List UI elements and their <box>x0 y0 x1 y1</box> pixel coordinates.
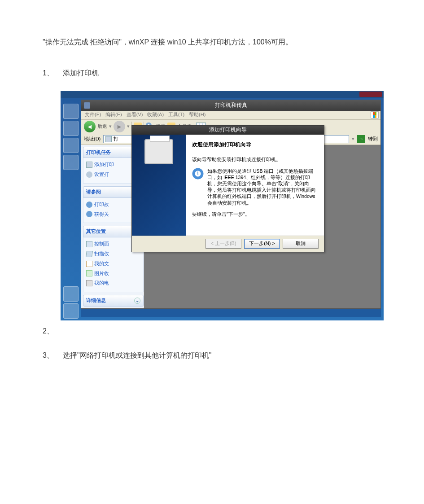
wizard-heading: 欢迎使用添加打印机向导 <box>192 140 318 150</box>
link-my-pictures[interactable]: 图片收 <box>86 269 140 279</box>
address-label: 地址(D) <box>84 135 101 144</box>
screenshot: 打印机和传真 文件(F) 编辑(E) 查看(V) 收藏(A) 工具(T) 帮助(… <box>61 91 384 320</box>
back-step-button: < 上一步(B) <box>205 239 241 249</box>
link-my-computer[interactable]: 我的电 <box>86 278 140 288</box>
wizard-line-2: 要继续，请单击"下一步"。 <box>192 210 318 218</box>
wizard-banner <box>132 135 186 236</box>
step-1-number: 1、 <box>43 67 63 80</box>
windows-flag-icon <box>371 111 379 118</box>
step-1-text: 添加打印机 <box>63 67 381 80</box>
add-printer-wizard: 添加打印机向导 欢迎使用添加打印机向导 该向导帮助您安装打印机或连接打印机。 <box>131 125 324 252</box>
cancel-button[interactable]: 取消 <box>283 239 319 249</box>
desktop-icon[interactable] <box>63 155 79 170</box>
next-step-button[interactable]: 下一步(N) > <box>244 239 280 249</box>
menu-tools[interactable]: 工具(T) <box>166 110 186 119</box>
desktop-icon[interactable] <box>63 121 79 136</box>
menu-help[interactable]: 帮助(H) <box>187 110 207 119</box>
window-title: 打印机和传真 <box>215 101 247 110</box>
desktop-top-strip <box>61 91 384 98</box>
printer-icon <box>86 162 92 168</box>
scanner-icon <box>86 251 93 257</box>
info-icon <box>192 168 204 180</box>
desktop-icon[interactable] <box>63 286 79 302</box>
explorer-content: 添加打印机向导 欢迎使用添加打印机向导 该向导帮助您安装打印机或连接打印机。 <box>144 145 380 308</box>
menubar: 文件(F) 编辑(E) 查看(V) 收藏(A) 工具(T) 帮助(H) <box>81 111 380 120</box>
link-my-documents[interactable]: 我的文 <box>86 259 140 269</box>
intro-paragraph: "操作无法完成 拒绝访问"，winXP 连接 win10 上共享打印机方法，10… <box>43 36 381 49</box>
explorer-titlebar: 打印机和传真 <box>81 100 380 111</box>
desktop-icons-column <box>62 104 79 319</box>
chevron-down-icon: ⌄ <box>134 298 140 304</box>
wizard-line-1: 该向导帮助您安装打印机或连接打印机。 <box>192 156 318 163</box>
menu-file[interactable]: 文件(F) <box>83 110 103 119</box>
explorer-window: 打印机和传真 文件(F) 编辑(E) 查看(V) 收藏(A) 工具(T) 帮助(… <box>81 100 381 309</box>
control-panel-icon <box>86 241 92 247</box>
pictures-icon <box>86 270 92 276</box>
wizard-info-text: 如果您使用的是通过 USB 端口（或其他热插拔端口，如 IEEE 1394、红外… <box>207 168 318 206</box>
back-label: 后退 <box>97 122 107 131</box>
step-2-number: 2、 <box>43 325 63 338</box>
menu-view[interactable]: 查看(V) <box>125 110 145 119</box>
desktop-icon[interactable] <box>63 303 79 319</box>
documents-icon <box>86 261 92 267</box>
help-icon <box>86 211 92 217</box>
forward-button[interactable]: ► <box>114 121 125 132</box>
wizard-titlebar: 添加打印机向导 <box>132 126 324 135</box>
step-3-text: 选择"网络打印机或连接到其他计算机的打印机" <box>63 349 381 362</box>
computer-icon <box>86 280 92 286</box>
explorer-bottom-edge <box>81 309 381 317</box>
desktop-icon[interactable] <box>63 104 79 119</box>
menu-edit[interactable]: 编辑(E) <box>104 110 124 119</box>
back-button[interactable]: ◄ <box>84 121 96 132</box>
printer-large-icon <box>144 139 173 164</box>
tray-widget <box>359 92 382 97</box>
go-button[interactable]: → <box>357 135 365 143</box>
printer-folder-icon <box>105 136 112 142</box>
details-header[interactable]: 详细信息 ⌄ <box>83 295 144 307</box>
go-label: 转到 <box>368 135 378 144</box>
help-icon <box>86 202 92 208</box>
address-value: 打 <box>114 135 118 143</box>
menu-favorites[interactable]: 收藏(A) <box>145 110 166 119</box>
wizard-button-row: < 上一步(B) 下一步(N) > 取消 <box>132 236 324 252</box>
window-icon <box>84 102 90 109</box>
gear-icon <box>86 171 92 178</box>
desktop-icon[interactable] <box>63 138 79 153</box>
step-3-number: 3、 <box>43 349 63 362</box>
